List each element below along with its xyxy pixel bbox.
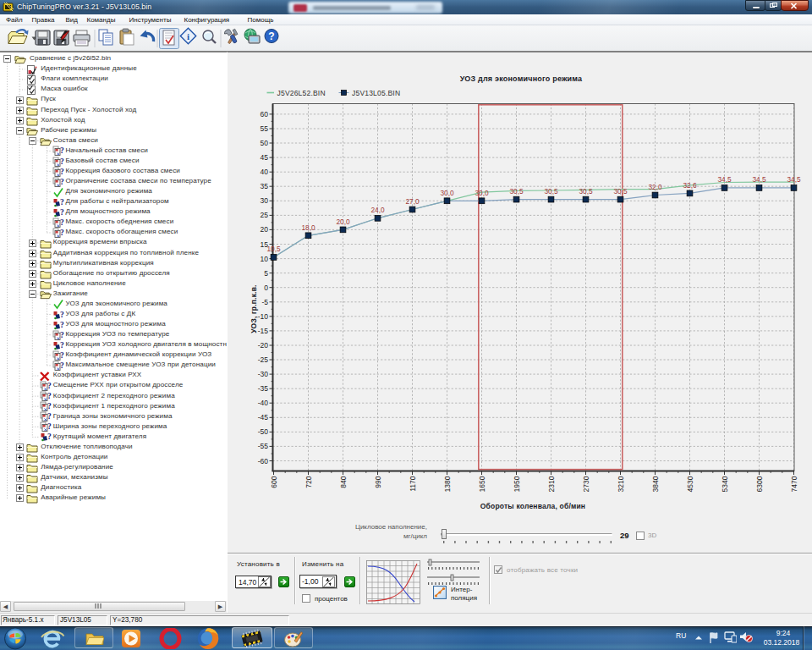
svg-text:34,5: 34,5 [787, 175, 801, 184]
svg-text:4530: 4530 [686, 476, 694, 492]
svg-text:50: 50 [261, 139, 269, 147]
svg-text:-5: -5 [261, 298, 268, 306]
svg-text:30,5: 30,5 [613, 187, 628, 196]
svg-text:5: 5 [264, 269, 268, 278]
svg-text:Обороты коленвала, об/мин: Обороты коленвала, об/мин [480, 502, 585, 510]
svg-text:-45: -45 [258, 413, 269, 421]
svg-text:55: 55 [261, 124, 269, 133]
svg-text:45: 45 [261, 153, 269, 162]
svg-text:?: ? [59, 341, 63, 350]
svg-text:7470: 7470 [790, 476, 798, 492]
svg-text:?: ? [59, 208, 63, 217]
svg-text:?: ? [59, 361, 63, 370]
svg-text:J5V26L52.BIN: J5V26L52.BIN [277, 89, 326, 97]
svg-text:30,5: 30,5 [544, 187, 558, 196]
svg-text:-35: -35 [258, 384, 269, 393]
svg-text:?: ? [59, 168, 63, 176]
svg-text:1950: 1950 [513, 476, 521, 492]
svg-text:32,6: 32,6 [683, 181, 697, 190]
svg-text:?: ? [59, 146, 63, 155]
svg-text:?: ? [59, 351, 63, 360]
svg-text:0: 0 [264, 284, 268, 292]
svg-text:2730: 2730 [582, 476, 590, 492]
svg-text:30,0: 30,0 [475, 189, 489, 197]
svg-text:?: ? [59, 321, 63, 329]
svg-text:40: 40 [261, 168, 269, 176]
svg-text:?: ? [47, 382, 52, 390]
svg-text:600: 600 [270, 476, 278, 488]
svg-text:24,0: 24,0 [370, 206, 385, 214]
svg-text:20: 20 [261, 225, 269, 234]
svg-text:10: 10 [261, 255, 269, 263]
svg-text:?: ? [47, 402, 52, 410]
svg-text:35: 35 [261, 182, 269, 190]
svg-text:?: ? [59, 157, 63, 166]
svg-text:60: 60 [261, 110, 269, 118]
svg-text:34,5: 34,5 [752, 175, 766, 184]
svg-text:5340: 5340 [721, 476, 729, 492]
svg-text:3840: 3840 [651, 476, 660, 492]
svg-text:10,5: 10,5 [266, 245, 281, 253]
svg-text:?: ? [59, 331, 63, 339]
svg-text:1170: 1170 [409, 476, 417, 492]
svg-text:J5V13L05.BIN: J5V13L05.BIN [352, 89, 400, 97]
svg-text:720: 720 [304, 476, 313, 488]
svg-text:-30: -30 [258, 370, 269, 378]
svg-text:УОЗ для экономичного режима: УОЗ для экономичного режима [460, 74, 583, 83]
svg-text:?: ? [47, 432, 52, 441]
svg-text:3210: 3210 [617, 476, 625, 492]
svg-text:?: ? [59, 178, 63, 186]
svg-text:6300: 6300 [755, 476, 764, 492]
svg-text:34,5: 34,5 [717, 175, 732, 184]
svg-text:20,0: 20,0 [336, 218, 350, 226]
svg-text:?: ? [47, 422, 52, 431]
svg-text:?: ? [59, 198, 63, 207]
svg-text:УОЗ, гр.п.к.в.: УОЗ, гр.п.к.в. [250, 284, 258, 333]
svg-text:990: 990 [374, 476, 382, 488]
svg-text:-15: -15 [258, 327, 269, 335]
svg-text:18,0: 18,0 [301, 223, 315, 232]
svg-text:32,0: 32,0 [648, 183, 662, 191]
svg-text:?: ? [59, 229, 63, 237]
svg-text:?: ? [59, 311, 63, 319]
svg-text:30,0: 30,0 [440, 189, 454, 197]
svg-text:2310: 2310 [547, 476, 556, 492]
svg-text:27,0: 27,0 [405, 197, 420, 206]
svg-text:25: 25 [261, 211, 269, 219]
svg-text:-20: -20 [258, 341, 269, 350]
svg-text:30,5: 30,5 [509, 187, 524, 196]
svg-text:1380: 1380 [443, 476, 452, 492]
svg-text:-25: -25 [258, 355, 269, 364]
svg-text:30,5: 30,5 [579, 187, 593, 196]
svg-text:30: 30 [261, 196, 269, 205]
svg-text:-10: -10 [258, 312, 269, 321]
svg-text:i: i [187, 31, 189, 41]
svg-text:?: ? [47, 392, 52, 400]
svg-text:840: 840 [339, 476, 348, 488]
svg-text:?: ? [47, 412, 52, 421]
svg-text:-50: -50 [258, 427, 269, 436]
svg-text:-40: -40 [258, 399, 269, 407]
svg-text:?: ? [268, 30, 274, 42]
svg-text:?: ? [59, 218, 63, 227]
svg-text:-60: -60 [258, 457, 269, 465]
svg-text:-55: -55 [258, 442, 269, 450]
svg-text:1650: 1650 [478, 476, 486, 492]
